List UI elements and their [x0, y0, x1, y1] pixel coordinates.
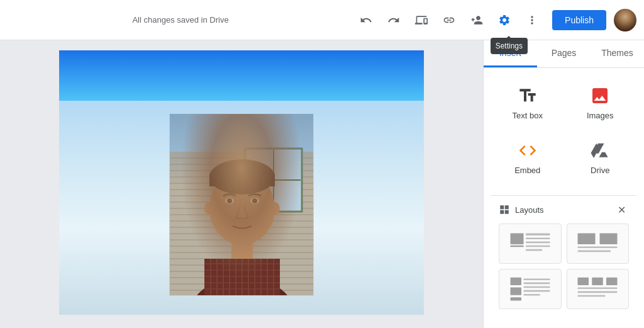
undo-button[interactable]	[353, 8, 379, 33]
svg-rect-63	[578, 233, 596, 244]
device-icon	[415, 14, 428, 26]
link-icon	[443, 14, 455, 26]
person-portrait	[170, 114, 314, 296]
tab-insert[interactable]: Insert	[484, 40, 537, 67]
publish-button[interactable]: Publish	[552, 10, 606, 30]
svg-rect-65	[578, 246, 618, 248]
svg-rect-72	[523, 286, 550, 288]
svg-rect-69	[510, 297, 521, 300]
canvas-area	[0, 40, 483, 328]
svg-rect-61	[526, 246, 550, 247]
site-content	[59, 101, 424, 315]
svg-rect-67	[510, 278, 521, 285]
main-area: Insert Pages Themes Text box	[0, 40, 644, 328]
insert-drive[interactable]: Drive	[564, 130, 637, 185]
svg-rect-24	[245, 149, 302, 212]
settings-button[interactable]	[492, 8, 517, 33]
settings-icon	[498, 14, 511, 26]
layouts-header: Layouts ✕	[491, 196, 636, 223]
insert-content: Text box Images	[484, 68, 644, 328]
svg-point-51	[227, 198, 232, 203]
layout-item-1[interactable]	[499, 223, 562, 264]
svg-rect-78	[578, 287, 618, 289]
svg-rect-74	[523, 294, 540, 296]
insert-grid: Text box Images	[491, 76, 636, 185]
more-menu-button[interactable]	[519, 8, 545, 33]
site-page	[59, 50, 424, 315]
svg-rect-66	[578, 251, 611, 252]
drive-label: Drive	[591, 166, 609, 175]
svg-point-55	[270, 202, 280, 215]
person-photo	[169, 113, 314, 296]
layouts-title: Layouts	[499, 204, 544, 215]
svg-rect-60	[526, 242, 550, 244]
svg-rect-56	[510, 233, 523, 244]
images-label: Images	[587, 111, 614, 120]
layouts-close-button[interactable]: ✕	[614, 202, 629, 217]
undo-icon	[360, 14, 372, 26]
layouts-icon	[499, 204, 510, 215]
svg-rect-59	[526, 237, 550, 239]
layout-item-2[interactable]	[567, 223, 630, 264]
more-icon	[526, 14, 538, 26]
tab-themes[interactable]: Themes	[591, 40, 644, 67]
drive-icon	[590, 140, 610, 161]
svg-point-28	[192, 278, 292, 296]
layouts-section: Layouts ✕	[491, 195, 636, 317]
device-preview-button[interactable]	[409, 8, 434, 33]
svg-rect-71	[523, 283, 550, 285]
link-button[interactable]	[436, 8, 462, 33]
svg-rect-68	[510, 287, 521, 295]
images-icon	[590, 86, 610, 106]
svg-rect-49	[209, 174, 275, 186]
embed-label: Embed	[514, 166, 540, 175]
toolbar: All changes saved in Drive	[0, 0, 644, 40]
toolbar-icons: Publish	[353, 8, 636, 33]
textbox-label: Text box	[513, 111, 543, 120]
add-user-icon	[470, 14, 483, 26]
svg-rect-46	[231, 224, 253, 259]
add-user-button[interactable]	[464, 8, 489, 33]
svg-rect-73	[523, 290, 550, 292]
svg-point-53	[252, 198, 257, 203]
svg-rect-64	[600, 233, 618, 244]
svg-rect-25	[247, 150, 301, 210]
layout-item-4[interactable]	[567, 269, 630, 309]
layouts-grid	[491, 223, 636, 317]
svg-rect-29	[204, 259, 280, 296]
insert-embed[interactable]: Embed	[491, 130, 564, 185]
panel-tabs: Insert Pages Themes	[484, 40, 644, 68]
svg-point-48	[209, 159, 275, 195]
layout-item-3[interactable]	[499, 269, 562, 309]
avatar[interactable]	[614, 9, 636, 31]
svg-point-47	[209, 172, 275, 245]
svg-rect-62	[526, 249, 542, 251]
svg-rect-58	[526, 233, 550, 235]
svg-rect-79	[578, 291, 618, 293]
right-panel: Insert Pages Themes Text box	[483, 40, 644, 328]
redo-icon	[387, 14, 400, 26]
avatar-image	[614, 9, 636, 31]
save-status: All changes saved in Drive	[132, 15, 228, 25]
textbox-icon	[518, 86, 538, 106]
svg-rect-76	[592, 278, 604, 285]
site-header	[59, 50, 424, 101]
svg-rect-0	[170, 114, 314, 296]
svg-rect-77	[606, 278, 618, 285]
embed-icon	[518, 140, 538, 161]
svg-rect-1	[170, 152, 314, 296]
tab-pages[interactable]: Pages	[537, 40, 591, 67]
svg-point-50	[225, 198, 234, 204]
svg-point-54	[204, 202, 214, 215]
redo-button[interactable]	[381, 8, 406, 33]
svg-rect-75	[578, 278, 589, 285]
insert-text-box[interactable]: Text box	[491, 76, 564, 130]
svg-rect-70	[523, 278, 550, 280]
toolbar-left: All changes saved in Drive	[8, 15, 353, 25]
svg-rect-57	[510, 246, 523, 247]
insert-images[interactable]: Images	[564, 76, 637, 130]
svg-rect-80	[578, 295, 606, 297]
svg-point-52	[250, 198, 259, 204]
